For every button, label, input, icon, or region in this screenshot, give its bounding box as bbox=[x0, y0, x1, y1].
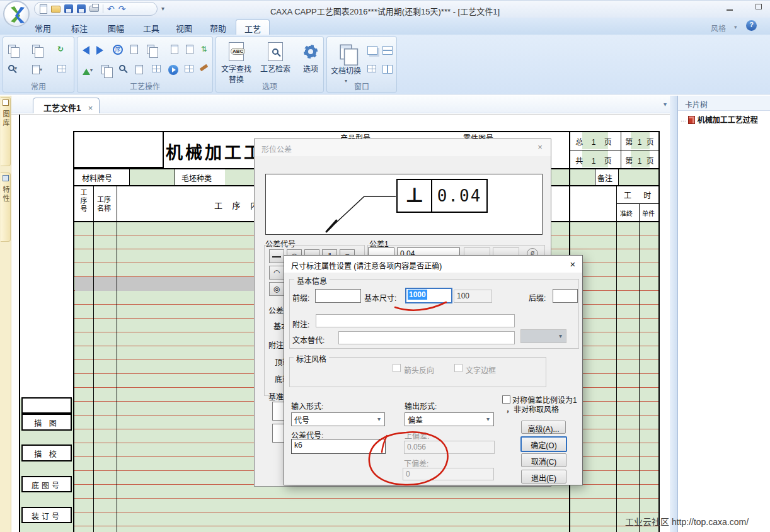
tab-list-dropdown-icon[interactable]: ▾ bbox=[664, 101, 667, 108]
group-label: 工艺操作 bbox=[78, 81, 212, 91]
scrollbar-strip[interactable] bbox=[670, 96, 677, 532]
symbol-button[interactable] bbox=[269, 249, 284, 263]
document-tab[interactable]: 工艺文件1 × bbox=[33, 98, 100, 113]
tab-bangzhu[interactable]: 帮助 bbox=[202, 20, 234, 35]
symbol-button[interactable]: ◎ bbox=[269, 282, 284, 296]
toolbar-button[interactable]: ▾ bbox=[8, 65, 17, 71]
text-border-label: 文字边框 bbox=[466, 365, 496, 375]
export-icon bbox=[186, 45, 193, 54]
tolerance-value: 0.04 bbox=[432, 180, 486, 212]
print-icon[interactable] bbox=[89, 6, 99, 12]
brush-icon bbox=[200, 64, 209, 72]
tile-horizontal-button[interactable] bbox=[382, 46, 393, 55]
quick-access-toolbar: ↶ ↷ bbox=[34, 2, 158, 16]
toolbar-button[interactable] bbox=[96, 46, 103, 55]
symmetric-ratio-checkbox[interactable] bbox=[502, 395, 510, 404]
toolbar-button[interactable]: ▾ bbox=[32, 65, 42, 74]
maximize-button[interactable] bbox=[752, 2, 765, 11]
tab-gongju[interactable]: 工具 bbox=[135, 20, 168, 35]
style-dropdown-icon[interactable]: ▾ bbox=[734, 24, 737, 30]
dim-close-icon[interactable]: × bbox=[567, 259, 578, 270]
properties-icon bbox=[3, 175, 9, 181]
qat-customize-icon[interactable]: ▾ bbox=[161, 5, 164, 12]
open-file-icon[interactable] bbox=[51, 6, 60, 13]
process-search-icon bbox=[268, 42, 283, 61]
process-search-button[interactable]: 工艺检索 bbox=[258, 42, 293, 74]
tab-gongyi[interactable]: 工艺 bbox=[236, 20, 270, 35]
tile-vertical-button[interactable] bbox=[382, 65, 393, 74]
toolbar-button[interactable] bbox=[168, 65, 178, 75]
minimize-icon bbox=[727, 9, 733, 11]
symbol-button[interactable]: ◠ bbox=[269, 266, 284, 280]
material-label: 材料牌号 bbox=[82, 173, 112, 183]
tab-tufu[interactable]: 图幅 bbox=[100, 20, 132, 35]
toolbar-button[interactable] bbox=[185, 65, 193, 72]
toolbar-button[interactable]: ↻ bbox=[57, 45, 64, 54]
toolbar-button[interactable]: 序 bbox=[113, 45, 123, 55]
minimize-button[interactable] bbox=[723, 5, 736, 14]
sidebar-tab-properties[interactable]: 特性 bbox=[1, 173, 11, 242]
find-replace-button[interactable]: ABC 文字查找替换 bbox=[219, 42, 254, 84]
note-field[interactable] bbox=[316, 314, 515, 327]
toolbar-button[interactable]: ⇅ bbox=[201, 45, 207, 54]
save-icon[interactable] bbox=[64, 4, 73, 13]
toolbar-button[interactable] bbox=[83, 46, 89, 55]
arrow-reverse-checkbox[interactable] bbox=[393, 364, 401, 372]
exit-button[interactable]: 退出(E) bbox=[521, 470, 566, 484]
dim-dialog-title: 尺寸标注属性设置 (请注意各项内容是否正确) bbox=[284, 256, 582, 273]
toolbar-button[interactable] bbox=[152, 65, 161, 72]
gdt-close-icon[interactable]: × bbox=[534, 142, 546, 154]
sidebar-tab-library[interactable]: 图库 bbox=[1, 97, 11, 166]
tree-item[interactable]: ⋯ 机械加工工艺过程 bbox=[681, 114, 770, 125]
page-cell: 第 1 页 bbox=[622, 132, 658, 149]
text-replace-field[interactable] bbox=[338, 331, 515, 344]
toolbar-button[interactable] bbox=[171, 45, 178, 54]
tolerance-code-field[interactable]: k6 bbox=[291, 439, 386, 454]
basic-dim-field[interactable]: 1000 bbox=[405, 288, 452, 303]
save-as-icon[interactable] bbox=[77, 4, 86, 13]
advanced-button[interactable]: 高级(A)... bbox=[521, 421, 566, 434]
note-label: 附注 bbox=[268, 339, 284, 350]
app-logo[interactable] bbox=[3, 1, 30, 27]
ok-button[interactable]: 确定(O) bbox=[520, 436, 567, 452]
footer-box: 描 图 bbox=[21, 414, 72, 431]
toolbar-button[interactable] bbox=[135, 65, 143, 74]
undo-icon[interactable]: ↶ bbox=[107, 4, 115, 14]
suffix-field[interactable] bbox=[553, 289, 578, 303]
toolbar-button[interactable]: ▾ bbox=[147, 45, 157, 54]
cancel-button[interactable]: 取消(C) bbox=[521, 453, 566, 467]
redo-icon[interactable]: ↷ bbox=[118, 4, 126, 14]
text-border-checkbox[interactable] bbox=[454, 364, 463, 372]
toolbar-button[interactable] bbox=[57, 65, 66, 72]
library-icon bbox=[3, 99, 9, 106]
style-button[interactable]: 风格 bbox=[711, 23, 726, 33]
options-button[interactable]: 选项 bbox=[293, 42, 328, 74]
input-form-combo[interactable]: 代号▾ bbox=[291, 412, 385, 426]
tab-changyong[interactable]: 常用 bbox=[26, 20, 59, 35]
col-prep-header: 准终 bbox=[620, 208, 633, 218]
toolbar-button[interactable]: ▾ bbox=[83, 65, 93, 75]
selected-text: 1000 bbox=[408, 290, 427, 300]
tab-biaozhu[interactable]: 标注 bbox=[63, 20, 96, 35]
prefix-field[interactable] bbox=[315, 289, 361, 303]
toolbar-button[interactable] bbox=[186, 45, 193, 54]
tile-grid-button[interactable] bbox=[367, 65, 376, 72]
toolbar-button[interactable] bbox=[200, 66, 208, 69]
ribbon-group-process-ops: 序 ▾ ⇅ ▾ 工艺操作 bbox=[77, 37, 213, 93]
toolbar-button[interactable] bbox=[119, 65, 125, 71]
doc-switch-button[interactable]: 文档切换 ▾ bbox=[328, 42, 364, 84]
close-tab-icon[interactable]: × bbox=[88, 103, 93, 113]
output-form-combo[interactable]: 偏差▾ bbox=[405, 412, 494, 426]
toolbar-button[interactable]: ▾ bbox=[32, 45, 42, 54]
toolbar-button[interactable] bbox=[101, 65, 109, 74]
toolbar-button[interactable]: ▾ bbox=[8, 45, 18, 54]
new-file-icon[interactable] bbox=[40, 4, 47, 14]
straightness-icon bbox=[272, 256, 281, 258]
toolbar-button[interactable] bbox=[130, 45, 138, 54]
page-cell: 总 1 页 bbox=[570, 132, 620, 149]
help-icon[interactable]: ? bbox=[746, 20, 757, 31]
tab-shitu[interactable]: 视图 bbox=[168, 20, 200, 35]
group-label: 选项 bbox=[216, 81, 323, 91]
chevron-down-icon: ▾ bbox=[559, 332, 562, 339]
cascade-windows-button[interactable] bbox=[367, 46, 377, 55]
